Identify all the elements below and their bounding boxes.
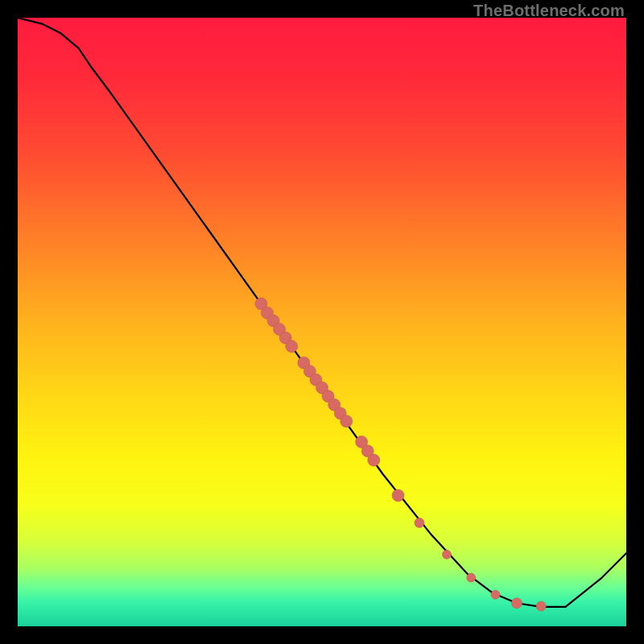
chart-svg	[18, 18, 626, 626]
data-point	[286, 341, 298, 353]
data-point	[442, 550, 451, 559]
data-point	[491, 590, 500, 599]
data-point	[536, 601, 546, 611]
data-point	[415, 518, 424, 527]
chart-background	[18, 18, 626, 626]
data-point	[467, 573, 476, 582]
data-point	[368, 454, 380, 466]
watermark-text: TheBottleneck.com	[473, 2, 625, 20]
data-point	[392, 489, 404, 502]
data-point	[341, 415, 353, 427]
chart-frame	[18, 18, 626, 626]
data-point	[511, 598, 522, 609]
